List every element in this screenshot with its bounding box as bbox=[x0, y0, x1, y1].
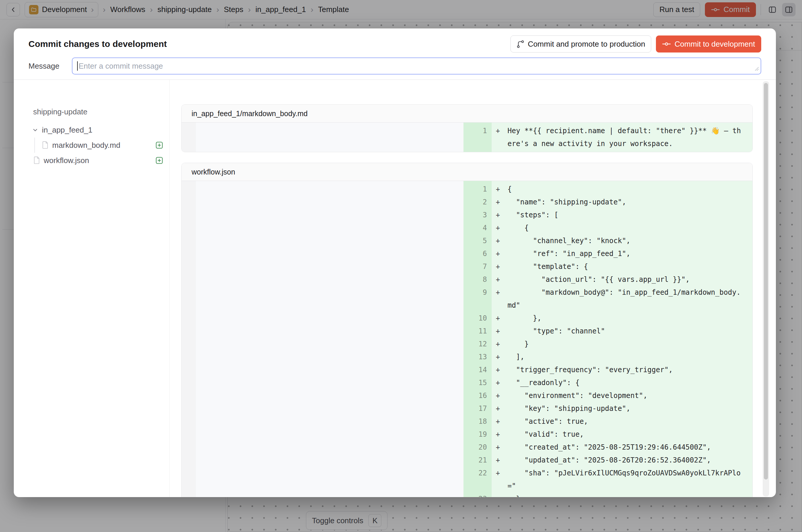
diff-old-gutter bbox=[182, 415, 196, 428]
diff-line-text: "updated_at": "2025-08-26T20:26:52.36400… bbox=[507, 454, 743, 467]
diff-old-content bbox=[196, 376, 464, 389]
diff-add-sign: + bbox=[492, 454, 507, 467]
diff-new-content: + "environment": "development", bbox=[492, 389, 752, 402]
message-row: Message Enter a commit message bbox=[29, 57, 761, 75]
diff-old-content bbox=[196, 467, 464, 492]
commit-message-input[interactable]: Enter a commit message bbox=[72, 57, 761, 75]
diff-old-content bbox=[196, 209, 464, 222]
diff-line-text: "environment": "development", bbox=[507, 389, 743, 402]
diff-line-number: 2 bbox=[464, 196, 492, 209]
diff-new-content: + "created_at": "2025-08-25T19:29:46.644… bbox=[492, 441, 752, 454]
text-caret bbox=[77, 61, 78, 71]
tree-file-workflow-json[interactable]: workflow.json bbox=[33, 153, 163, 168]
diff-line-text: Hey **{{ recipient.name | default: "ther… bbox=[507, 125, 743, 150]
diff-old-content bbox=[196, 125, 464, 150]
tree-folder-in-app-feed-1[interactable]: in_app_feed_1 bbox=[33, 122, 163, 137]
diff-new-content: + "updated_at": "2025-08-26T20:26:52.364… bbox=[492, 454, 752, 467]
diff-line-number: 3 bbox=[464, 209, 492, 222]
diff-line-row: 6+ "ref": "in_app_feed_1", bbox=[182, 247, 752, 260]
diff-new-content: +Hey **{{ recipient.name | default: "the… bbox=[492, 125, 752, 150]
diff-new-content: + "markdown_body@": "in_app_feed_1/markd… bbox=[492, 286, 752, 312]
diff-old-content bbox=[196, 325, 464, 338]
diff-line-text: "trigger_frequency": "every_trigger", bbox=[507, 363, 743, 376]
diff-old-gutter bbox=[182, 183, 196, 196]
diff-line-row: 12+ } bbox=[182, 338, 752, 350]
diff-old-gutter bbox=[182, 273, 196, 286]
diff-old-content bbox=[196, 312, 464, 325]
diff-old-content bbox=[196, 247, 464, 260]
diff-old-content bbox=[196, 428, 464, 441]
diff-old-content bbox=[196, 454, 464, 467]
diff-add-sign: + bbox=[492, 273, 507, 286]
diff-line-row: 14+ "trigger_frequency": "every_trigger"… bbox=[182, 363, 752, 376]
diff-old-gutter bbox=[182, 234, 196, 247]
diff-line-number: 17 bbox=[464, 402, 492, 415]
diff-line-text: { bbox=[507, 222, 743, 234]
diff-add-sign: + bbox=[492, 441, 507, 454]
diff-line-number: 5 bbox=[464, 234, 492, 247]
resize-grip-icon[interactable] bbox=[754, 66, 759, 72]
diff-line-number: 1 bbox=[464, 183, 492, 196]
diff-old-gutter bbox=[182, 247, 196, 260]
diff-add-sign: + bbox=[492, 312, 507, 325]
diff-old-content bbox=[196, 196, 464, 209]
tree-file-markdown-body[interactable]: markdown_body.md bbox=[35, 137, 163, 153]
diff-new-content bbox=[492, 150, 752, 152]
diff-add-sign: + bbox=[492, 222, 507, 234]
diff-line-text: "action_url": "{{ vars.app_url }}", bbox=[507, 273, 743, 286]
diff-new-content: + "key": "shipping-update", bbox=[492, 402, 752, 415]
diff-old-gutter bbox=[182, 222, 196, 234]
diff-line-row: 8+ "action_url": "{{ vars.app_url }}", bbox=[182, 273, 752, 286]
diff-file-name: in_app_feed_1/markdown_body.md bbox=[191, 109, 308, 118]
diff-line-row: 13+ ], bbox=[182, 350, 752, 363]
diff-old-gutter bbox=[182, 125, 196, 150]
diff-old-content bbox=[196, 338, 464, 350]
modal-scrollbar-thumb[interactable] bbox=[764, 83, 768, 479]
diff-line-row: 9+ "markdown_body@": "in_app_feed_1/mark… bbox=[182, 286, 752, 312]
diff-line-text: "key": "shipping-update", bbox=[507, 402, 743, 415]
diff-add-sign: + bbox=[492, 389, 507, 402]
diff-add-sign: + bbox=[492, 125, 507, 150]
diff-add-sign: + bbox=[492, 467, 507, 492]
diff-add-sign: + bbox=[492, 183, 507, 196]
diff-new-content: + "trigger_frequency": "every_trigger", bbox=[492, 363, 752, 376]
diff-old-content bbox=[196, 441, 464, 454]
commit-to-development-button[interactable]: Commit to development bbox=[656, 36, 761, 53]
diff-add-sign: + bbox=[492, 402, 507, 415]
diff-new-content: + "valid": true, bbox=[492, 428, 752, 441]
diff-line-row: 23+ } bbox=[182, 492, 752, 497]
diff-old-content bbox=[196, 363, 464, 376]
diff-old-content bbox=[196, 273, 464, 286]
diff-old-gutter bbox=[182, 389, 196, 402]
diff-new-content: + { bbox=[492, 222, 752, 234]
diff-line-text: ], bbox=[507, 350, 743, 363]
diff-old-gutter bbox=[182, 454, 196, 467]
diff-old-gutter bbox=[182, 209, 196, 222]
diff-old-content bbox=[196, 402, 464, 415]
diff-spacer-row bbox=[182, 150, 752, 152]
diff-line-text: } bbox=[507, 492, 743, 497]
diff-add-sign: + bbox=[492, 350, 507, 363]
commit-and-promote-button[interactable]: Commit and promote to production bbox=[510, 36, 651, 53]
diff-line-text: "channel_key": "knock", bbox=[507, 234, 743, 247]
diff-line-number: 15 bbox=[464, 376, 492, 389]
diff-line-row: 17+ "key": "shipping-update", bbox=[182, 402, 752, 415]
commit-modal: Commit changes to development Commit and… bbox=[14, 28, 776, 497]
diff-add-sign: + bbox=[492, 286, 507, 312]
message-label: Message bbox=[29, 62, 72, 71]
diff-line-number: 18 bbox=[464, 415, 492, 428]
tree-root-shipping-update[interactable]: shipping-update bbox=[33, 107, 163, 116]
diff-line-number: 9 bbox=[464, 286, 492, 312]
diff-new-content: + "action_url": "{{ vars.app_url }}", bbox=[492, 273, 752, 286]
diff-old-content bbox=[196, 150, 464, 152]
diff-old-content bbox=[196, 286, 464, 312]
diff-new-content: +{ bbox=[492, 183, 752, 196]
diff-line-text: "template": { bbox=[507, 260, 743, 273]
diff-old-content bbox=[196, 492, 464, 497]
diff-old-gutter bbox=[182, 376, 196, 389]
diff-line-row: 5+ "channel_key": "knock", bbox=[182, 234, 752, 247]
diff-line-row: 1+{ bbox=[182, 183, 752, 196]
diff-line-text: "valid": true, bbox=[507, 428, 743, 441]
diff-line-text: } bbox=[507, 338, 743, 350]
diff-panel: workflow.json1+{2+ "name": "shipping-upd… bbox=[181, 163, 753, 497]
